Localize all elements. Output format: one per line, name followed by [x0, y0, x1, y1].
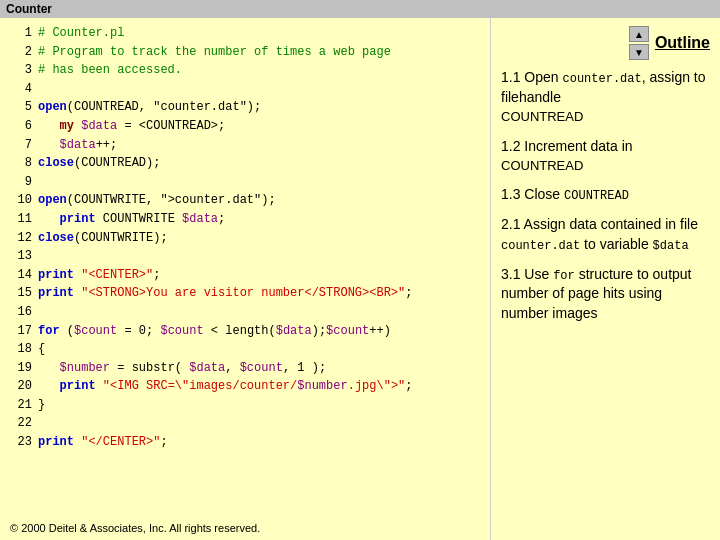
code-line-12: 12 close(COUNTWRITE); [8, 229, 482, 248]
line-num-21: 21 [8, 396, 32, 415]
code-line-7: 7 $data++; [8, 136, 482, 155]
code-panel: 1 # Counter.pl 2 # Program to track the … [0, 18, 490, 540]
code-line-14: 14 print "<CENTER>"; [8, 266, 482, 285]
code-text-13 [38, 247, 45, 266]
code-text-1: # Counter.pl [38, 24, 124, 43]
outline-panel: ▲ ▼ Outline 1.1 Open counter.dat, assign… [490, 18, 720, 540]
code-line-1: 1 # Counter.pl [8, 24, 482, 43]
outline-item-2: 1.2 Increment data in COUNTREAD [501, 137, 710, 176]
code-line-3: 3 # has been accessed. [8, 61, 482, 80]
code-text-3: # has been accessed. [38, 61, 182, 80]
code-line-2: 2 # Program to track the number of times… [8, 43, 482, 62]
code-line-4: 4 [8, 80, 482, 99]
line-num-5: 5 [8, 98, 32, 117]
code-line-23: 23 print "</CENTER>"; [8, 433, 482, 452]
line-num-19: 19 [8, 359, 32, 378]
line-num-15: 15 [8, 284, 32, 303]
code-text-9 [38, 173, 45, 192]
arrow-down-button[interactable]: ▼ [629, 44, 649, 60]
code-text-4 [38, 80, 45, 99]
code-line-21: 21 } [8, 396, 482, 415]
code-line-22: 22 [8, 414, 482, 433]
line-num-10: 10 [8, 191, 32, 210]
line-num-11: 11 [8, 210, 32, 229]
code-line-20: 20 print "<IMG SRC=\"images/counter/$num… [8, 377, 482, 396]
code-text-8: close(COUNTREAD); [38, 154, 160, 173]
code-text-14: print "<CENTER>"; [38, 266, 160, 285]
code-line-17: 17 for ($count = 0; $count < length($dat… [8, 322, 482, 341]
outline-body-1: COUNTREAD [501, 108, 710, 126]
outline-header: ▲ ▼ Outline [501, 26, 710, 60]
line-num-13: 13 [8, 247, 32, 266]
code-line-6: 6 my $data = <COUNTREAD>; [8, 117, 482, 136]
code-text-22 [38, 414, 45, 433]
code-text-23: print "</CENTER>"; [38, 433, 168, 452]
code-line-13: 13 [8, 247, 482, 266]
code-text-12: close(COUNTWRITE); [38, 229, 168, 248]
outline-heading-4: 2.1 Assign data contained in file counte… [501, 215, 710, 254]
nav-arrows: ▲ ▼ [629, 26, 649, 60]
outline-var-4: $data [653, 239, 689, 253]
line-num-3: 3 [8, 61, 32, 80]
outline-code-4: counter.dat [501, 239, 580, 253]
line-num-4: 4 [8, 80, 32, 99]
code-text-18: { [38, 340, 45, 359]
line-num-7: 7 [8, 136, 32, 155]
code-line-18: 18 { [8, 340, 482, 359]
outline-item-1: 1.1 Open counter.dat, assign to filehand… [501, 68, 710, 127]
code-text-17: for ($count = 0; $count < length($data);… [38, 322, 391, 341]
code-text-6: my $data = <COUNTREAD>; [38, 117, 225, 136]
outline-title: Outline [655, 34, 710, 52]
code-line-16: 16 [8, 303, 482, 322]
code-line-9: 9 [8, 173, 482, 192]
line-num-16: 16 [8, 303, 32, 322]
code-text-11: print COUNTWRITE $data; [38, 210, 225, 229]
code-text-7: $data++; [38, 136, 117, 155]
line-num-17: 17 [8, 322, 32, 341]
arrow-up-button[interactable]: ▲ [629, 26, 649, 42]
code-text-15: print "<STRONG>You are visitor number</S… [38, 284, 412, 303]
main-content: 1 # Counter.pl 2 # Program to track the … [0, 18, 720, 540]
code-text-21: } [38, 396, 45, 415]
outline-code-5: for [553, 269, 575, 283]
line-num-23: 23 [8, 433, 32, 452]
line-num-6: 6 [8, 117, 32, 136]
code-line-15: 15 print "<STRONG>You are visitor number… [8, 284, 482, 303]
code-text-2: # Program to track the number of times a… [38, 43, 391, 62]
line-num-12: 12 [8, 229, 32, 248]
title-label: Counter [6, 2, 52, 16]
outline-item-3: 1.3 Close COUNTREAD [501, 185, 710, 205]
outline-heading-5: 3.1 Use for structure to output number o… [501, 265, 710, 324]
line-num-20: 20 [8, 377, 32, 396]
outline-item-5: 3.1 Use for structure to output number o… [501, 265, 710, 324]
line-num-22: 22 [8, 414, 32, 433]
line-num-2: 2 [8, 43, 32, 62]
outline-heading-3: 1.3 Close COUNTREAD [501, 185, 710, 205]
line-num-14: 14 [8, 266, 32, 285]
code-line-5: 5 open(COUNTREAD, "counter.dat"); [8, 98, 482, 117]
line-num-8: 8 [8, 154, 32, 173]
code-text-5: open(COUNTREAD, "counter.dat"); [38, 98, 261, 117]
code-text-20: print "<IMG SRC=\"images/counter/$number… [38, 377, 413, 396]
outline-item-4: 2.1 Assign data contained in file counte… [501, 215, 710, 254]
outline-code-3: COUNTREAD [564, 189, 629, 203]
code-text-19: $number = substr( $data, $count, 1 ); [38, 359, 326, 378]
code-line-8: 8 close(COUNTREAD); [8, 154, 482, 173]
code-line-19: 19 $number = substr( $data, $count, 1 ); [8, 359, 482, 378]
line-num-9: 9 [8, 173, 32, 192]
code-line-10: 10 open(COUNTWRITE, ">counter.dat"); [8, 191, 482, 210]
code-line-11: 11 print COUNTWRITE $data; [8, 210, 482, 229]
title-bar: Counter [0, 0, 720, 18]
outline-body-2: COUNTREAD [501, 157, 710, 175]
code-text-16 [38, 303, 45, 322]
footer-text: © 2000 Deitel & Associates, Inc. All rig… [10, 522, 260, 534]
code-text-10: open(COUNTWRITE, ">counter.dat"); [38, 191, 276, 210]
footer: © 2000 Deitel & Associates, Inc. All rig… [10, 522, 260, 534]
outline-heading-1: 1.1 Open counter.dat, assign to filehand… [501, 68, 710, 107]
line-num-18: 18 [8, 340, 32, 359]
outline-heading-2: 1.2 Increment data in [501, 137, 710, 157]
outline-code-1: counter.dat [563, 72, 642, 86]
line-num-1: 1 [8, 24, 32, 43]
